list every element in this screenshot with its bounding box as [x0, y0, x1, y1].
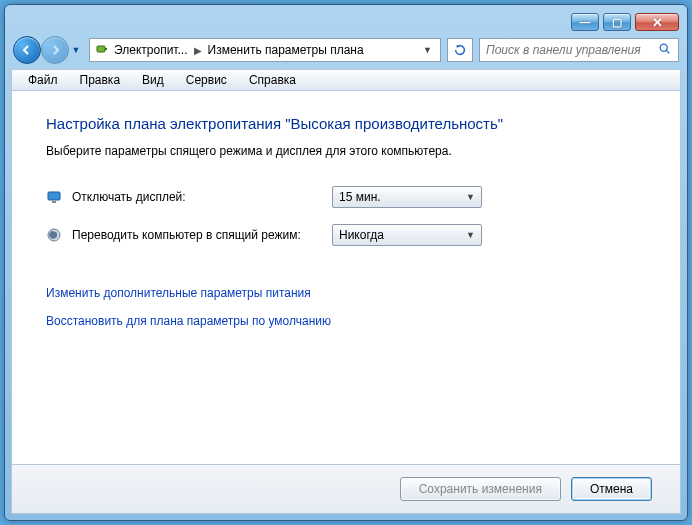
setting-display-off: Отключать дисплей: 15 мин. ▼ — [46, 186, 646, 208]
button-row: Сохранить изменения Отмена — [11, 465, 681, 514]
breadcrumb-item-2[interactable]: Изменить параметры плана — [208, 43, 364, 57]
menu-tools[interactable]: Сервис — [176, 71, 237, 89]
breadcrumb-item-1[interactable]: Электропит... — [114, 43, 188, 57]
save-button[interactable]: Сохранить изменения — [400, 477, 561, 501]
address-dropdown-icon[interactable]: ▼ — [419, 45, 436, 55]
svg-rect-0 — [97, 46, 105, 52]
sleep-label: Переводить компьютер в спящий режим: — [72, 228, 322, 242]
forward-arrow-icon — [49, 44, 61, 56]
svg-point-2 — [660, 44, 667, 51]
display-off-value: 15 мин. — [339, 190, 381, 204]
page-title: Настройка плана электропитания "Высокая … — [46, 115, 646, 132]
menu-help[interactable]: Справка — [239, 71, 306, 89]
power-plan-icon — [94, 42, 110, 58]
page-description: Выберите параметры спящего режима и дисп… — [46, 144, 646, 158]
refresh-icon — [453, 43, 467, 57]
search-input[interactable] — [486, 43, 652, 57]
sleep-icon — [46, 227, 62, 243]
menu-edit[interactable]: Правка — [70, 71, 131, 89]
svg-line-3 — [666, 50, 669, 53]
menu-view[interactable]: Вид — [132, 71, 174, 89]
refresh-button[interactable] — [447, 38, 473, 62]
svg-rect-5 — [52, 201, 56, 203]
monitor-icon — [46, 189, 62, 205]
control-panel-window: — ▢ ✕ ▼ Электропит... ▶ Изменить парамет… — [4, 4, 688, 521]
sleep-dropdown[interactable]: Никогда ▼ — [332, 224, 482, 246]
chevron-down-icon: ▼ — [466, 230, 475, 240]
close-button[interactable]: ✕ — [635, 13, 679, 31]
maximize-button[interactable]: ▢ — [603, 13, 631, 31]
history-dropdown[interactable]: ▼ — [69, 45, 83, 55]
chevron-down-icon: ▼ — [466, 192, 475, 202]
titlebar: — ▢ ✕ — [11, 11, 681, 33]
search-icon[interactable] — [658, 42, 672, 59]
menu-file[interactable]: Файл — [18, 71, 68, 89]
sleep-value: Никогда — [339, 228, 384, 242]
display-off-label: Отключать дисплей: — [72, 190, 322, 204]
nav-toolbar: ▼ Электропит... ▶ Изменить параметры пла… — [11, 35, 681, 69]
link-restore-defaults[interactable]: Восстановить для плана параметры по умол… — [46, 314, 646, 328]
svg-rect-4 — [48, 192, 60, 200]
display-off-dropdown[interactable]: 15 мин. ▼ — [332, 186, 482, 208]
back-arrow-icon — [21, 44, 33, 56]
svg-rect-1 — [105, 48, 107, 50]
menu-bar: Файл Правка Вид Сервис Справка — [11, 69, 681, 91]
content-area: Настройка плана электропитания "Высокая … — [11, 91, 681, 465]
back-button[interactable] — [13, 36, 41, 64]
breadcrumb-sep-icon: ▶ — [192, 45, 204, 56]
minimize-button[interactable]: — — [571, 13, 599, 31]
nav-arrows: ▼ — [13, 36, 83, 64]
cancel-button[interactable]: Отмена — [571, 477, 652, 501]
forward-button[interactable] — [41, 36, 69, 64]
address-bar[interactable]: Электропит... ▶ Изменить параметры плана… — [89, 38, 441, 62]
search-box[interactable] — [479, 38, 679, 62]
setting-sleep: Переводить компьютер в спящий режим: Ник… — [46, 224, 646, 246]
link-advanced-settings[interactable]: Изменить дополнительные параметры питани… — [46, 286, 646, 300]
